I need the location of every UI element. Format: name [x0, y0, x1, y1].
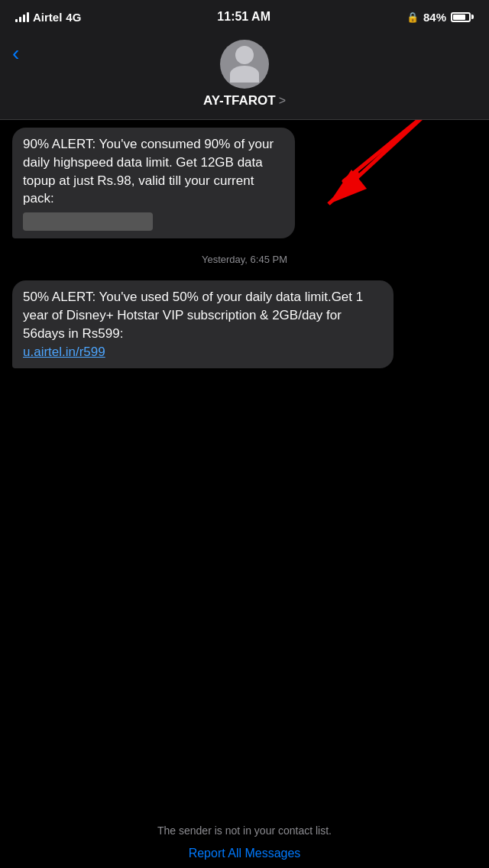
red-arrow-annotation [283, 120, 436, 242]
message-bubble-1: 90% ALERT: You've consumed 90% of your d… [12, 128, 295, 238]
contact-name-row[interactable]: AY-TFAROT > [203, 93, 286, 108]
message-text-1: 90% ALERT: You've consumed 90% of your d… [23, 137, 274, 206]
avatar-person-icon [230, 46, 259, 83]
message-link[interactable]: u.airtel.in/r599 [23, 345, 105, 359]
battery-percent: 84% [423, 11, 446, 24]
chevron-right-icon: > [279, 94, 286, 108]
network-label: 4G [66, 11, 81, 24]
info-section: The sender is not in your contact list. … [0, 808, 489, 868]
report-all-messages-button[interactable]: Report All Messages [23, 847, 466, 860]
message-bubble-2: 50% ALERT: You've used 50% of your daily… [12, 280, 393, 368]
messages-area: 90% ALERT: You've consumed 90% of your d… [0, 120, 489, 808]
status-left: Airtel 4G [15, 11, 81, 24]
status-right: 🔒 84% [406, 11, 474, 24]
svg-line-1 [329, 120, 428, 204]
carrier-label: Airtel [33, 11, 62, 24]
back-button[interactable]: ‹ [12, 41, 19, 66]
signal-bars-icon [15, 11, 29, 22]
message-text-2: 50% ALERT: You've used 50% of your daily… [23, 290, 363, 341]
svg-marker-0 [329, 170, 367, 204]
not-in-contact-text: The sender is not in your contact list. [23, 823, 466, 839]
status-time: 11:51 AM [217, 10, 270, 24]
status-bar: Airtel 4G 11:51 AM 🔒 84% [0, 0, 489, 34]
battery-icon [451, 12, 474, 22]
contact-name: AY-TFAROT [203, 93, 276, 108]
avatar [220, 40, 269, 89]
timestamp: Yesterday, 6:45 PM [12, 254, 477, 265]
nav-header: ‹ AY-TFAROT > [0, 34, 489, 120]
lock-icon: 🔒 [406, 11, 419, 23]
blurred-link [23, 212, 153, 231]
